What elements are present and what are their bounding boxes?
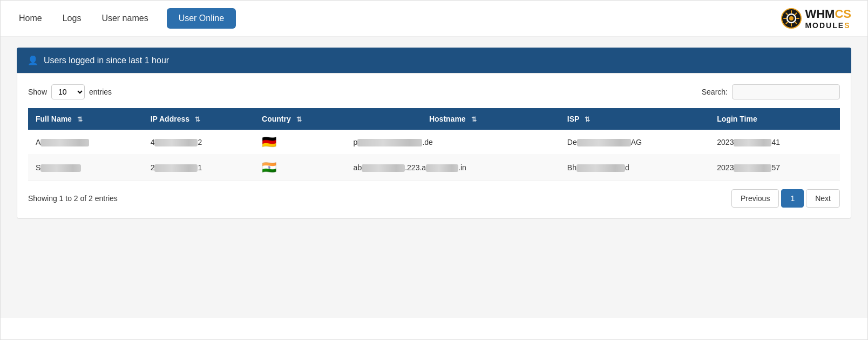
cell-isp-1: De AG [560, 130, 709, 155]
cell-fullname-2: S [28, 155, 143, 181]
logo-area: WHMCS MODULES [781, 7, 851, 30]
show-label: Show [28, 88, 47, 96]
sort-ip-icon: ⇅ [195, 116, 200, 123]
page-1-button[interactable]: 1 [781, 189, 804, 208]
table-header-row: Full Name ⇅ IP Address ⇅ Country ⇅ Hos [28, 108, 840, 130]
col-ipaddress[interactable]: IP Address ⇅ [143, 108, 254, 130]
col-hostname[interactable]: Hostname ⇅ [346, 108, 560, 130]
sort-isp-icon: ⇅ [585, 116, 590, 123]
cell-logintime-2: 2023 57 [709, 155, 840, 181]
section-title: Users logged in since last 1 hour [44, 56, 169, 65]
cell-logintime-1: 2023 41 [709, 130, 840, 155]
showing-text: Showing 1 to 2 of 2 entries [28, 194, 118, 203]
entries-select[interactable]: 10 25 50 100 [51, 84, 85, 99]
users-icon: 👤 [28, 55, 38, 65]
pagination: Previous 1 Next [731, 189, 840, 208]
col-fullname[interactable]: Full Name ⇅ [28, 108, 143, 130]
prev-button[interactable]: Previous [731, 189, 779, 208]
section-header: 👤 Users logged in since last 1 hour [17, 48, 851, 73]
sort-country-icon: ⇅ [296, 116, 302, 123]
cell-fullname-1: A [28, 130, 143, 155]
top-nav: Home Logs User names User Online WHMCS M… [1, 1, 867, 37]
svg-point-2 [789, 16, 794, 21]
table-row: S 2 1 🇮🇳 ab .223.a .in Bh d [28, 155, 840, 181]
controls-row: Show 10 25 50 100 entries Search: [28, 84, 840, 99]
cell-isp-2: Bh d [560, 155, 709, 181]
cell-ip-1: 4 2 [143, 130, 254, 155]
page-wrapper: Home Logs User names User Online WHMCS M… [0, 0, 868, 340]
main-content: 👤 Users logged in since last 1 hour Show… [1, 37, 867, 318]
cell-country-2: 🇮🇳 [254, 155, 346, 181]
next-button[interactable]: Next [806, 189, 840, 208]
table-row: A 4 2 🇩🇪 p .de De AG [28, 130, 840, 155]
entries-label: entries [89, 88, 112, 96]
col-logintime[interactable]: Login Time [709, 108, 840, 130]
search-input[interactable] [732, 84, 840, 99]
sort-fullname-icon: ⇅ [77, 116, 83, 123]
nav-useronline[interactable]: User Online [167, 8, 236, 29]
cell-hostname-2: ab .223.a .in [346, 155, 560, 181]
cell-ip-2: 2 1 [143, 155, 254, 181]
show-entries: Show 10 25 50 100 entries [28, 84, 112, 99]
flag-2: 🇮🇳 [262, 161, 276, 174]
col-country[interactable]: Country ⇅ [254, 108, 346, 130]
nav-usernames[interactable]: User names [99, 10, 150, 26]
col-isp[interactable]: ISP ⇅ [560, 108, 709, 130]
sort-hostname-icon: ⇅ [471, 116, 477, 123]
cell-country-1: 🇩🇪 [254, 130, 346, 155]
nav-logs[interactable]: Logs [60, 10, 84, 26]
cell-hostname-1: p .de [346, 130, 560, 155]
gear-icon [781, 8, 802, 29]
search-label: Search: [702, 88, 728, 96]
footer-row: Showing 1 to 2 of 2 entries Previous 1 N… [28, 189, 840, 208]
search-area: Search: [702, 84, 840, 99]
nav-links: Home Logs User names User Online [17, 8, 236, 29]
table-card: Show 10 25 50 100 entries Search: [17, 73, 851, 219]
nav-home[interactable]: Home [17, 10, 44, 26]
data-table: Full Name ⇅ IP Address ⇅ Country ⇅ Hos [28, 108, 840, 181]
flag-1: 🇩🇪 [262, 135, 276, 149]
logo-text: WHMCS MODULES [805, 7, 851, 30]
